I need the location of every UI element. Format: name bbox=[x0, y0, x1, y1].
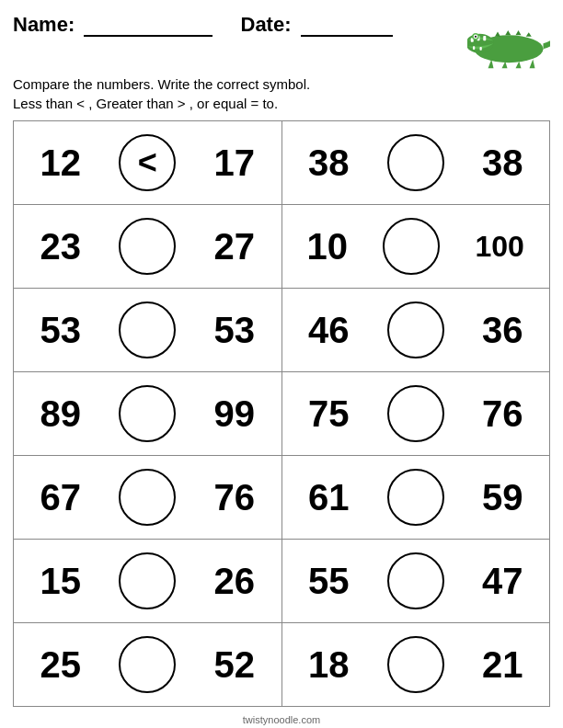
num2-right-row5: 47 bbox=[482, 561, 523, 602]
num1-right-row5: 55 bbox=[308, 561, 350, 602]
cell-right-row2: 4636 bbox=[282, 289, 550, 371]
grid-row: 25521821 bbox=[14, 623, 549, 706]
grid-row: 232710100 bbox=[14, 205, 549, 289]
num2-right-row3: 76 bbox=[482, 393, 523, 435]
num2-left-row4: 76 bbox=[213, 477, 255, 518]
cell-left-row4: 6776 bbox=[14, 456, 282, 539]
num2-right-row0: 38 bbox=[482, 142, 523, 184]
symbol-circle-right-row2[interactable] bbox=[387, 301, 444, 358]
name-date-block: Name: Date: bbox=[13, 11, 393, 37]
cell-left-row0: 12<17 bbox=[14, 121, 282, 204]
num2-right-row6: 21 bbox=[482, 644, 523, 686]
cell-left-row6: 2552 bbox=[14, 623, 282, 706]
num1-left-row2: 53 bbox=[40, 310, 82, 351]
num2-right-row1: 100 bbox=[476, 230, 524, 264]
grid-row: 53534636 bbox=[14, 289, 549, 372]
symbol-left-row0: < bbox=[138, 146, 157, 179]
instructions: Compare the numbers. Write the correct s… bbox=[13, 74, 550, 113]
num2-left-row2: 53 bbox=[213, 310, 255, 351]
cell-left-row3: 8999 bbox=[14, 372, 282, 455]
cell-right-row5: 5547 bbox=[282, 540, 550, 622]
num2-left-row6: 52 bbox=[213, 644, 255, 686]
grid-row: 89997576 bbox=[14, 372, 549, 456]
symbol-circle-right-row4[interactable] bbox=[387, 469, 444, 526]
symbol-circle-left-row3[interactable] bbox=[119, 385, 176, 442]
num1-left-row0: 12 bbox=[40, 142, 82, 184]
symbol-circle-left-row6[interactable] bbox=[119, 636, 176, 693]
cell-right-row6: 1821 bbox=[282, 623, 550, 706]
svg-rect-6 bbox=[480, 47, 482, 51]
symbol-circle-left-row1[interactable] bbox=[119, 218, 176, 275]
num1-right-row3: 75 bbox=[308, 393, 350, 435]
num2-left-row3: 99 bbox=[213, 393, 255, 435]
date-field[interactable] bbox=[301, 11, 393, 37]
instruction-line2: Less than < , Greater than > , or equal … bbox=[13, 94, 550, 113]
symbol-circle-right-row0[interactable] bbox=[387, 134, 444, 191]
header: Name: Date: bbox=[13, 11, 550, 71]
comparison-grid: 12<1738382327101005353463689997576677661… bbox=[13, 120, 550, 707]
cell-right-row0: 3838 bbox=[282, 121, 550, 204]
cell-left-row2: 5353 bbox=[14, 289, 282, 371]
num1-left-row3: 89 bbox=[40, 393, 82, 435]
symbol-circle-right-row3[interactable] bbox=[387, 385, 444, 442]
cell-left-row5: 1526 bbox=[14, 540, 282, 622]
num1-right-row4: 61 bbox=[308, 477, 350, 518]
grid-row: 12<173838 bbox=[14, 121, 549, 205]
symbol-circle-left-row5[interactable] bbox=[119, 552, 176, 609]
symbol-circle-right-row5[interactable] bbox=[387, 552, 444, 609]
num1-right-row6: 18 bbox=[308, 644, 350, 686]
symbol-circle-left-row0[interactable]: < bbox=[119, 134, 176, 191]
num1-left-row1: 23 bbox=[40, 226, 82, 267]
cell-left-row1: 2327 bbox=[14, 205, 282, 288]
name-label: Name: Date: bbox=[13, 13, 393, 36]
num2-right-row2: 36 bbox=[482, 310, 523, 351]
num1-right-row2: 46 bbox=[308, 310, 350, 351]
instruction-line1: Compare the numbers. Write the correct s… bbox=[13, 74, 550, 94]
symbol-circle-left-row4[interactable] bbox=[119, 469, 176, 526]
grid-row: 15265547 bbox=[14, 540, 549, 623]
num2-left-row1: 27 bbox=[213, 226, 255, 267]
num1-right-row0: 38 bbox=[308, 142, 350, 184]
symbol-circle-right-row6[interactable] bbox=[387, 636, 444, 693]
svg-rect-5 bbox=[473, 46, 475, 50]
num1-left-row4: 67 bbox=[40, 477, 82, 518]
cell-right-row4: 6159 bbox=[282, 456, 550, 539]
num2-left-row5: 26 bbox=[213, 561, 255, 602]
num2-left-row0: 17 bbox=[213, 142, 255, 184]
symbol-circle-left-row2[interactable] bbox=[119, 301, 176, 358]
num1-right-row1: 10 bbox=[307, 226, 349, 267]
num1-left-row6: 25 bbox=[40, 644, 82, 686]
alligator-icon bbox=[467, 6, 550, 71]
symbol-circle-right-row1[interactable] bbox=[383, 218, 440, 275]
svg-rect-4 bbox=[483, 36, 486, 40]
name-field[interactable] bbox=[84, 11, 213, 37]
footer: twistynoodle.com bbox=[13, 714, 550, 725]
grid-row: 67766159 bbox=[14, 456, 549, 540]
cell-right-row3: 7576 bbox=[282, 372, 550, 455]
cell-right-row1: 10100 bbox=[282, 205, 550, 288]
num1-left-row5: 15 bbox=[40, 561, 82, 602]
num2-right-row4: 59 bbox=[482, 477, 523, 518]
svg-point-9 bbox=[475, 36, 477, 38]
